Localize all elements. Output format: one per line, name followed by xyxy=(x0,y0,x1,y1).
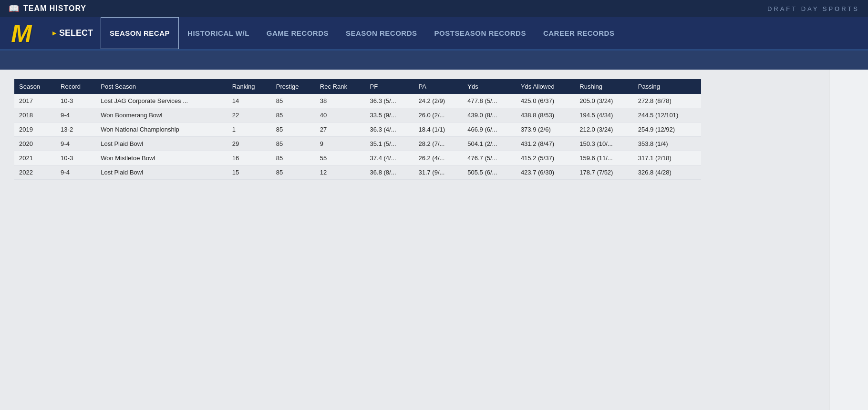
table-cell-1-7: 26.0 (2/... xyxy=(413,108,463,123)
table-row: 20229-4Lost Plaid Bowl15851236.8 (8/...3… xyxy=(14,165,701,180)
table-cell-1-0: 2018 xyxy=(14,108,56,123)
main-content: Season Record Post Season Ranking Presti… xyxy=(0,70,868,410)
table-cell-5-10: 178.7 (7/52) xyxy=(575,165,633,180)
nav-item-postseason-records[interactable]: POSTSEASON RECORDS xyxy=(426,17,535,49)
select-dot: ▶ xyxy=(52,31,56,36)
app-subtitle: DRAFT DAY SPORTS xyxy=(767,5,859,12)
nav-select[interactable]: ▶ SELECT xyxy=(45,17,101,49)
table-cell-4-0: 2021 xyxy=(14,151,56,165)
table-cell-2-7: 18.4 (1/1) xyxy=(413,123,463,137)
table-cell-5-4: 85 xyxy=(271,165,315,180)
table-cell-0-3: 14 xyxy=(227,94,271,108)
table-cell-4-6: 37.4 (4/... xyxy=(365,151,414,165)
table-cell-1-9: 438.8 (8/53) xyxy=(516,108,575,123)
col-season: Season xyxy=(14,79,56,94)
table-row: 202110-3Won Mistletoe Bowl16855537.4 (4/… xyxy=(14,151,701,165)
col-yds-allowed: Yds Allowed xyxy=(516,79,575,94)
table-cell-0-8: 477.8 (5/... xyxy=(463,94,516,108)
table-header-row: Season Record Post Season Ranking Presti… xyxy=(14,79,701,94)
table-cell-2-8: 466.9 (6/... xyxy=(463,123,516,137)
col-ranking: Ranking xyxy=(227,79,271,94)
table-cell-5-8: 505.5 (6/... xyxy=(463,165,516,180)
table-cell-2-10: 212.0 (3/24) xyxy=(575,123,633,137)
table-cell-4-9: 415.2 (5/37) xyxy=(516,151,575,165)
table-cell-1-11: 244.5 (12/101) xyxy=(633,108,701,123)
table-cell-3-5: 9 xyxy=(315,137,365,151)
table-cell-1-5: 40 xyxy=(315,108,365,123)
nav-item-historical-wl[interactable]: HISTORICAL W/L xyxy=(179,17,258,49)
team-logo-letter: M xyxy=(11,21,31,46)
table-cell-4-3: 16 xyxy=(227,151,271,165)
table-cell-5-3: 15 xyxy=(227,165,271,180)
table-cell-5-11: 326.8 (4/28) xyxy=(633,165,701,180)
table-cell-3-9: 431.2 (8/47) xyxy=(516,137,575,151)
nav-item-career-records[interactable]: CAREER RECORDS xyxy=(535,17,623,49)
sub-header xyxy=(0,51,868,70)
table-cell-5-6: 36.8 (8/... xyxy=(365,165,414,180)
table-cell-3-0: 2020 xyxy=(14,137,56,151)
table-cell-4-4: 85 xyxy=(271,151,315,165)
table-cell-5-7: 31.7 (9/... xyxy=(413,165,463,180)
table-cell-3-4: 85 xyxy=(271,137,315,151)
table-cell-0-9: 425.0 (6/37) xyxy=(516,94,575,108)
col-yds: Yds xyxy=(463,79,516,94)
table-cell-0-2: Lost JAG Corporate Services ... xyxy=(96,94,227,108)
table-cell-1-10: 194.5 (4/34) xyxy=(575,108,633,123)
nav-item-season-records[interactable]: SEASON RECORDS xyxy=(337,17,426,49)
table-cell-3-10: 150.3 (10/... xyxy=(575,137,633,151)
table-cell-5-9: 423.7 (6/30) xyxy=(516,165,575,180)
book-icon: 📖 xyxy=(9,3,20,14)
table-cell-0-11: 272.8 (8/78) xyxy=(633,94,701,108)
col-passing: Passing xyxy=(633,79,701,94)
table-row: 20189-4Won Boomerang Bowl22854033.5 (9/.… xyxy=(14,108,701,123)
table-cell-2-0: 2019 xyxy=(14,123,56,137)
table-cell-2-11: 254.9 (12/92) xyxy=(633,123,701,137)
table-cell-2-6: 36.3 (4/... xyxy=(365,123,414,137)
top-bar: 📖 TEAM HISTORY DRAFT DAY SPORTS xyxy=(0,0,868,17)
col-record: Record xyxy=(56,79,96,94)
table-cell-5-2: Lost Plaid Bowl xyxy=(96,165,227,180)
table-cell-2-4: 85 xyxy=(271,123,315,137)
table-cell-2-9: 373.9 (2/6) xyxy=(516,123,575,137)
table-cell-4-8: 476.7 (5/... xyxy=(463,151,516,165)
table-cell-0-4: 85 xyxy=(271,94,315,108)
table-cell-5-0: 2022 xyxy=(14,165,56,180)
col-pa: PA xyxy=(413,79,463,94)
table-cell-0-7: 24.2 (2/9) xyxy=(413,94,463,108)
table-cell-4-2: Won Mistletoe Bowl xyxy=(96,151,227,165)
table-cell-2-1: 13-2 xyxy=(56,123,96,137)
team-logo: M xyxy=(5,17,38,50)
select-label: SELECT xyxy=(59,28,93,38)
nav-item-game-records[interactable]: GAME RECORDS xyxy=(258,17,337,49)
table-cell-0-0: 2017 xyxy=(14,94,56,108)
nav-items: ▶ SELECT SEASON RECAP HISTORICAL W/L GAM… xyxy=(45,17,623,49)
nav-bar: M ▶ SELECT SEASON RECAP HISTORICAL W/L G… xyxy=(0,17,868,51)
table-row: 201913-2Won National Championship1852736… xyxy=(14,123,701,137)
table-cell-4-10: 159.6 (11/... xyxy=(575,151,633,165)
table-cell-3-7: 28.2 (7/... xyxy=(413,137,463,151)
table-cell-4-5: 55 xyxy=(315,151,365,165)
table-row: 201710-3Lost JAG Corporate Services ...1… xyxy=(14,94,701,108)
table-row: 20209-4Lost Plaid Bowl2985935.1 (5/...28… xyxy=(14,137,701,151)
table-cell-0-6: 36.3 (5/... xyxy=(365,94,414,108)
table-cell-0-10: 205.0 (3/24) xyxy=(575,94,633,108)
table-cell-3-1: 9-4 xyxy=(56,137,96,151)
app-title-container: 📖 TEAM HISTORY xyxy=(9,3,86,14)
col-rec-rank: Rec Rank xyxy=(315,79,365,94)
table-cell-2-2: Won National Championship xyxy=(96,123,227,137)
season-recap-table: Season Record Post Season Ranking Presti… xyxy=(14,79,701,180)
table-cell-1-2: Won Boomerang Bowl xyxy=(96,108,227,123)
col-pf: PF xyxy=(365,79,414,94)
table-cell-3-6: 35.1 (5/... xyxy=(365,137,414,151)
table-cell-2-5: 27 xyxy=(315,123,365,137)
table-cell-1-6: 33.5 (9/... xyxy=(365,108,414,123)
col-post-season: Post Season xyxy=(96,79,227,94)
table-cell-4-1: 10-3 xyxy=(56,151,96,165)
table-cell-1-4: 85 xyxy=(271,108,315,123)
table-cell-4-11: 317.1 (2/18) xyxy=(633,151,701,165)
table-cell-0-5: 38 xyxy=(315,94,365,108)
table-cell-3-2: Lost Plaid Bowl xyxy=(96,137,227,151)
col-rushing: Rushing xyxy=(575,79,633,94)
nav-item-season-recap[interactable]: SEASON RECAP xyxy=(101,17,179,49)
table-cell-1-3: 22 xyxy=(227,108,271,123)
